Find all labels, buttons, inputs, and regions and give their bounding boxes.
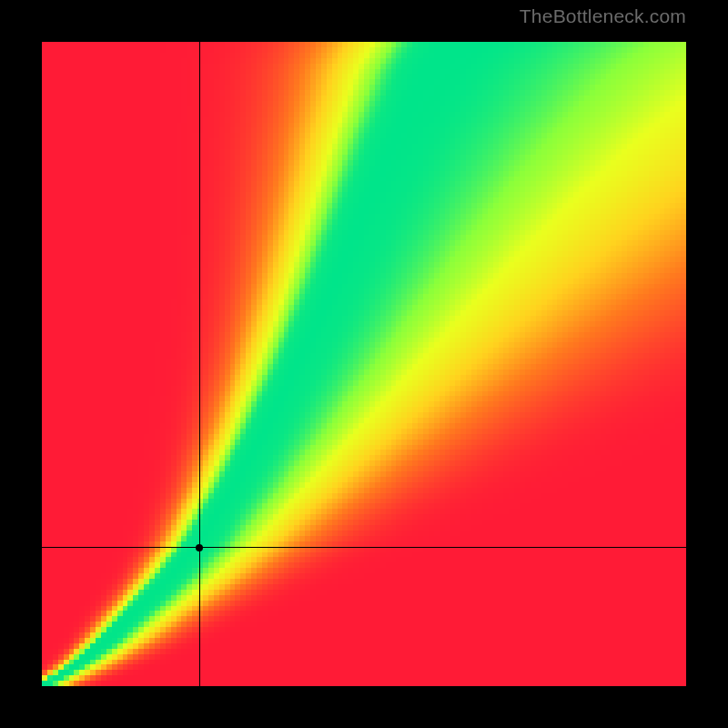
data-point-marker	[196, 544, 203, 551]
heatmap-canvas	[42, 42, 686, 686]
crosshair-horizontal	[42, 547, 686, 548]
crosshair-vertical	[199, 42, 200, 686]
watermark-text: TheBottleneck.com	[520, 5, 686, 27]
plot-area	[42, 42, 686, 686]
chart-frame: TheBottleneck.com	[0, 0, 728, 728]
